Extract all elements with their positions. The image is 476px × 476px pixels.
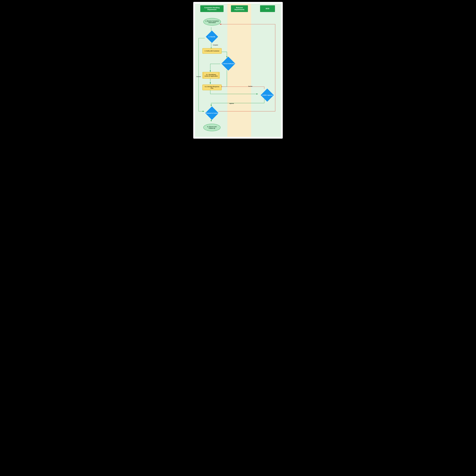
node-classify[interactable]: 2. Classify [205, 32, 219, 42]
node-disciplinary-action-label: 5.1. Disciplinary Action (if applicable) [204, 74, 218, 77]
node-internal-verification-label: 4. Internal Verification [221, 57, 236, 71]
edge-label-concern: Concern [196, 76, 201, 77]
node-closure-followup[interactable]: 8. Closure and Follow-Up [203, 124, 221, 131]
node-bod-approval-label: 6. BOD's Approval [260, 89, 275, 101]
lane-header-relevant-departments: Relevant Departments [231, 5, 248, 12]
edge-label-complain: Complain [213, 44, 218, 46]
node-respond-customer-label: 7. Respond to Customer [204, 107, 220, 119]
node-respond-customer[interactable]: 7. Respond to Customer [204, 107, 220, 119]
lane-header-bod: BOD [260, 5, 275, 12]
lane-bod [251, 4, 281, 137]
node-bod-approval[interactable]: 6. BOD's Approval [260, 89, 275, 101]
edge-label-approve: Approve [229, 103, 234, 104]
node-develop-response[interactable]: 5.2. Develop Response Plan [202, 85, 222, 90]
sheet: Complaint Handling Department Relevant D… [193, 2, 283, 139]
node-internal-verification[interactable]: 4. Internal Verification [221, 57, 236, 71]
node-verify-customer[interactable]: 3. Verify with Customer [202, 48, 222, 54]
page-root: Complaint Handling Department Relevant D… [191, 0, 285, 140]
edge-label-decline: Decline [248, 86, 252, 87]
node-disciplinary-action[interactable]: 5.1. Disciplinary Action (if applicable) [202, 72, 220, 79]
flowchart-canvas: Complaint Handling Department Relevant D… [195, 4, 281, 137]
node-classify-label: 2. Classify [205, 32, 219, 42]
lane-header-complaint-handling: Complaint Handling Department [200, 5, 223, 12]
node-receive-complaint[interactable]: 1. Receive Complaint Information [203, 18, 221, 26]
